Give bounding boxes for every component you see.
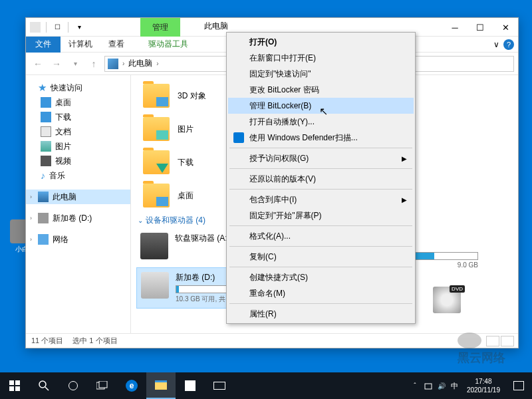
view-details-button[interactable] (486, 336, 499, 346)
menu-rename[interactable]: 重命名(M) (228, 285, 414, 301)
sidebar-videos[interactable]: 视频 (26, 154, 130, 168)
tab-file[interactable]: 文件 (26, 37, 61, 53)
edge-button[interactable]: e (117, 372, 146, 399)
forward-button[interactable]: → (49, 56, 65, 72)
qat-dropdown[interactable]: ▾ (74, 22, 84, 33)
sidebar-network[interactable]: › 网络 (26, 232, 130, 247)
menu-label: 重命名(M) (249, 288, 285, 299)
sidebar-this-pc[interactable]: › 此电脑 (26, 190, 130, 204)
network-tray-icon[interactable] (422, 372, 435, 399)
sidebar-desktop[interactable]: 桌面 (26, 95, 130, 110)
context-menu: 打开(O) 在新窗口中打开(E) 固定到"快速访问" 更改 BitLocker … (226, 32, 416, 324)
menu-label: 打开(O) (249, 37, 277, 48)
menu-format[interactable]: 格式化(A)... (228, 228, 414, 244)
folder-label: 图片 (178, 124, 194, 135)
action-center-button[interactable] (505, 372, 532, 399)
sidebar-item-label: 图片 (55, 141, 71, 152)
svg-rect-2 (9, 386, 14, 391)
menu-label: 管理 BitLocker(B) (249, 100, 311, 112)
search-button[interactable] (29, 372, 59, 399)
star-icon: ★ (38, 82, 47, 94)
tab-view[interactable]: 查看 (100, 36, 132, 53)
explorer-taskbar-button[interactable] (146, 372, 176, 399)
folder-icon (143, 184, 170, 207)
section-label: 设备和驱动器 (4) (146, 215, 205, 226)
menu-copy[interactable]: 复制(C) (228, 249, 414, 265)
menu-include-library[interactable]: 包含到库中(I)▶ (228, 192, 414, 207)
cortana-button[interactable] (59, 372, 88, 399)
mail-button[interactable] (205, 372, 234, 399)
menu-open-new-window[interactable]: 在新窗口中打开(E) (228, 50, 414, 66)
folder-icon (143, 84, 170, 108)
view-large-button[interactable] (501, 336, 514, 346)
sidebar-item-label: 桌面 (55, 97, 71, 108)
clock[interactable]: 17:48 2020/11/19 (462, 374, 505, 397)
pc-icon (38, 192, 49, 202)
folder-label: 下载 (178, 157, 194, 168)
menu-pin-quick-access[interactable]: 固定到"快速访问" (228, 66, 414, 82)
menu-pin-start[interactable]: 固定到"开始"屏幕(P) (228, 207, 414, 223)
shield-icon (233, 132, 244, 143)
qat-checkbox[interactable]: ☐ (52, 22, 63, 33)
edge-icon: e (126, 380, 138, 392)
up-button[interactable]: ↑ (86, 56, 102, 72)
search-icon (39, 380, 49, 391)
navigation-pane: ★ 快速访问 桌面 下载 文档 图片 视频 (26, 75, 131, 333)
menu-change-bitlocker[interactable]: 更改 BitLocker 密码 (228, 82, 414, 98)
drive-floppy[interactable]: 软盘驱动器 (A:) (136, 229, 234, 263)
drive-dvd[interactable]: DVD (429, 283, 465, 317)
sidebar-pictures[interactable]: 图片 (26, 139, 130, 154)
menu-create-shortcut[interactable]: 创建快捷方式(S) (228, 269, 414, 285)
menu-restore-versions[interactable]: 还原以前的版本(V) (228, 171, 414, 187)
breadcrumb-item[interactable]: 此电脑 (128, 58, 152, 69)
menu-label: 固定到"快速访问" (249, 68, 311, 80)
back-button[interactable]: ← (30, 56, 46, 72)
ime-tray-icon[interactable]: 中 (448, 372, 462, 399)
taskview-button[interactable] (88, 372, 117, 399)
menu-properties[interactable]: 属性(R) (228, 306, 414, 322)
sidebar-downloads[interactable]: 下载 (26, 110, 130, 124)
store-button[interactable] (176, 372, 205, 399)
net-icon (424, 381, 433, 390)
app-icon (30, 22, 41, 33)
menu-open[interactable]: 打开(O) (228, 34, 414, 50)
sidebar-music[interactable]: ♪ 音乐 (26, 168, 130, 183)
minimize-button[interactable]: ─ (442, 18, 467, 37)
recent-dropdown[interactable]: ▾ (67, 56, 83, 72)
volume-tray-icon[interactable]: 🔊 (435, 372, 448, 399)
drive-icon (141, 272, 169, 299)
sidebar-item-label: 网络 (53, 234, 68, 245)
ribbon-expand[interactable]: ∨ (493, 40, 499, 49)
tab-drive-tools[interactable]: 驱动器工具 (140, 36, 196, 53)
folder-icon (143, 150, 170, 174)
start-button[interactable] (0, 372, 29, 399)
sidebar-item-label: 快速访问 (51, 82, 82, 94)
sidebar-documents[interactable]: 文档 (26, 124, 130, 139)
close-button[interactable]: ✕ (493, 18, 518, 37)
desktop-icon (41, 97, 51, 108)
sidebar-quick-access[interactable]: ★ 快速访问 (26, 80, 130, 95)
video-icon (41, 156, 51, 166)
menu-defender[interactable]: 使用 Windows Defender扫描... (228, 130, 414, 146)
sidebar-new-volume[interactable]: › 新加卷 (D:) (26, 211, 130, 225)
statusbar: 11 个项目 选中 1 个项目 (26, 333, 518, 348)
menu-label: 创建快捷方式(S) (249, 272, 308, 283)
svg-point-4 (39, 381, 46, 388)
folder-label: 桌面 (178, 190, 194, 201)
sidebar-item-label: 文档 (55, 126, 71, 138)
contextual-tab-manage[interactable]: 管理 (140, 18, 180, 37)
sidebar-item-label: 此电脑 (53, 192, 76, 203)
tray-expand[interactable]: ˆ (408, 372, 422, 399)
maximize-button[interactable]: ☐ (467, 18, 493, 37)
help-icon[interactable]: ? (503, 39, 514, 50)
store-icon (185, 380, 196, 391)
menu-grant-access[interactable]: 授予访问权限(G)▶ (228, 150, 414, 166)
music-icon: ♪ (41, 170, 45, 181)
menu-label: 包含到库中(I) (249, 194, 297, 205)
sidebar-item-label: 新加卷 (D:) (53, 213, 92, 224)
mail-icon (213, 382, 225, 390)
menu-label: 授予访问权限(G) (249, 153, 309, 164)
folder-icon (143, 117, 170, 141)
clock-date: 2020/11/19 (467, 386, 500, 394)
tab-computer[interactable]: 计算机 (61, 36, 100, 53)
